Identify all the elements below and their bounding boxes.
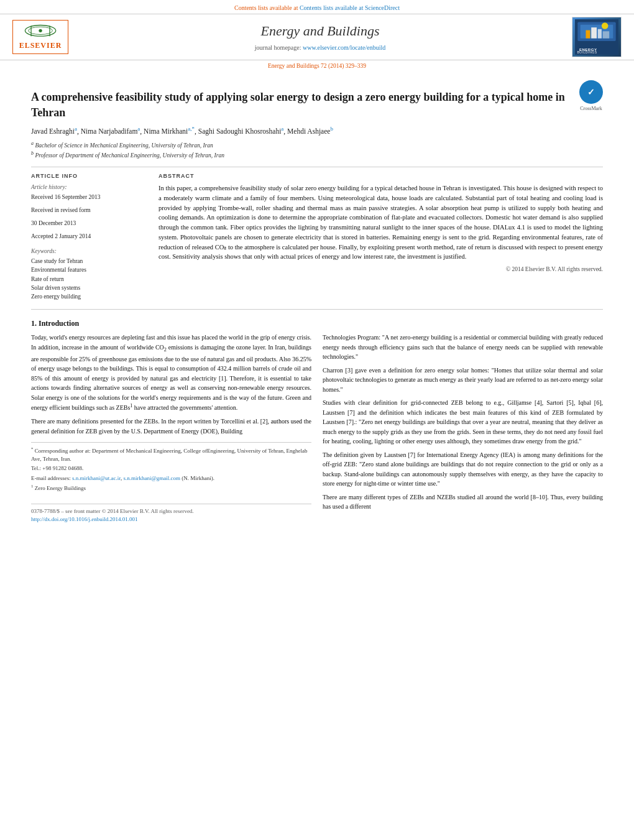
homepage-label: journal homepage: — [255, 44, 301, 51]
detected-text-heating: heating — [331, 438, 349, 445]
authors: Javad Eshraghia, Nima Narjabadifama, Nim… — [31, 125, 603, 136]
journal-center: Energy and Buildings journal homepage: w… — [68, 22, 572, 52]
keywords-section: Keywords: Case study for Tehran Environm… — [31, 247, 146, 302]
email-link-1[interactable]: s.n.mirkhani@ut.ac.ir — [72, 475, 121, 481]
crossmark-icon: ✓ — [579, 80, 603, 104]
body-para-7: There are many different types of ZEBs a… — [323, 492, 603, 512]
keywords-label: Keywords: — [31, 247, 146, 256]
sciencedirect-notice: Contents lists available at — [234, 4, 300, 11]
keyword-2: Environmental features — [31, 266, 146, 274]
abstract-text: In this paper, a comprehensive feasibili… — [158, 183, 603, 262]
crossmark: ✓ CrossMark — [579, 80, 603, 112]
elsevier-graphic — [21, 23, 61, 40]
affiliation-b: b Professor of Department of Mechanical … — [31, 150, 603, 160]
article-title: A comprehensive feasibility study of app… — [31, 90, 567, 120]
content-area: A comprehensive feasibility study of app… — [0, 72, 634, 523]
received-revised-label: Received in revised form — [31, 206, 146, 215]
accepted-date: Accepted 2 January 2014 — [31, 233, 146, 241]
divider-2 — [31, 309, 603, 310]
keyword-1: Case study for Tehran — [31, 257, 146, 265]
copyright: © 2014 Elsevier B.V. All rights reserved… — [158, 265, 603, 274]
received-date: Received 16 September 2013 — [31, 193, 146, 201]
journal-title: Energy and Buildings — [68, 22, 572, 41]
svg-text:✓: ✓ — [587, 87, 595, 97]
received-revised-date: 30 December 2013 — [31, 219, 146, 228]
affiliations: a Bachelor of Science in Mechanical Engi… — [31, 140, 603, 160]
journal-logo-graphic: ENERGY BUILDINGS — [572, 19, 622, 55]
svg-rect-11 — [598, 29, 602, 39]
article-meta-section: ARTICLE INFO Article history: Received 1… — [31, 172, 603, 302]
footnote-tel: Tel.: +98 91282 04688. — [31, 464, 311, 473]
keyword-5: Zero energy building — [31, 293, 146, 301]
footnotes: * Corresponding author at: Department of… — [31, 442, 311, 492]
svg-point-5 — [39, 29, 42, 32]
volume-info: Energy and Buildings 72 (2014) 329–339 — [0, 60, 634, 72]
affiliation-a: a Bachelor of Science in Mechanical Engi… — [31, 140, 603, 150]
body-para-6: The definition given by Laustsen [7] for… — [323, 450, 603, 489]
detected-text-authors-used: authors used — [271, 418, 302, 425]
divider-1 — [31, 167, 603, 167]
body-para-2: There are many definitions presented for… — [31, 417, 311, 436]
footnote-email: E-mail addresses: s.n.mirkhani@ut.ac.ir,… — [31, 474, 311, 482]
journal-header: ELSEVIER Energy and Buildings journal ho… — [0, 14, 634, 60]
section-1-title: 1. Introduction — [31, 318, 603, 329]
body-left-col: Today, world's energy resources are depl… — [31, 333, 311, 523]
svg-rect-12 — [603, 31, 610, 38]
email-link-2[interactable]: s.n.mirkhani@gmail.com — [123, 475, 180, 481]
svg-rect-10 — [591, 27, 597, 39]
footer-doi: http://dx.doi.org/10.1016/j.enbuild.2014… — [31, 515, 311, 524]
crossmark-svg: ✓ — [584, 85, 599, 99]
footnote-star: * Corresponding author at: Department of… — [31, 446, 311, 463]
keyword-3: Rate of return — [31, 275, 146, 284]
body-para-4: Charron [3] gave even a definition for z… — [323, 366, 603, 395]
body-right-col: Technologies Program: "A net zero-energy… — [323, 333, 603, 523]
article-info-col: ARTICLE INFO Article history: Received 1… — [31, 172, 146, 302]
svg-rect-9 — [586, 30, 590, 39]
crossmark-label: CrossMark — [579, 105, 603, 112]
abstract-header: ABSTRACT — [158, 172, 603, 180]
header-top: Contents lists available at Contents lis… — [0, 0, 634, 14]
body-para-3: Technologies Program: "A net zero-energy… — [323, 333, 603, 362]
affiliation-a-text: Bachelor of Science in Mechanical Engine… — [35, 142, 213, 149]
doi-link[interactable]: http://dx.doi.org/10.1016/j.enbuild.2014… — [31, 516, 138, 522]
homepage-url[interactable]: www.elsevier.com/locate/enbuild — [303, 44, 385, 51]
page: Contents lists available at Contents lis… — [0, 0, 634, 535]
keyword-4: Solar driven systems — [31, 284, 146, 292]
body-para-5: Studies with clear definition for grid-c… — [323, 398, 603, 446]
footnote-1: 1 Zero Energy Buildings — [31, 484, 311, 492]
body-content: 1. Introduction Today, world's energy re… — [31, 318, 603, 523]
footer-copyright: 0378-7788/$ – see front matter © 2014 El… — [31, 507, 311, 515]
body-para-1: Today, world's energy resources are depl… — [31, 333, 311, 413]
elsevier-text: ELSEVIER — [19, 40, 62, 51]
article-info-header: ARTICLE INFO — [31, 172, 146, 180]
journal-homepage: journal homepage: www.elsevier.com/locat… — [68, 44, 572, 52]
volume-info-text: Energy and Buildings 72 (2014) 329–339 — [268, 63, 366, 69]
abstract-col: ABSTRACT In this paper, a comprehensive … — [158, 172, 603, 302]
affiliation-b-text: Professor of Department of Mechanical En… — [35, 152, 224, 159]
svg-text:BUILDINGS: BUILDINGS — [577, 50, 597, 54]
sciencedirect-link[interactable]: Contents lists available at ScienceDirec… — [300, 4, 400, 11]
journal-logo-right: ENERGY BUILDINGS — [572, 17, 622, 57]
footer-bar: 0378-7788/$ – see front matter © 2014 El… — [31, 504, 311, 523]
elsevier-logo: ELSEVIER — [12, 20, 68, 54]
body-columns: Today, world's energy resources are depl… — [31, 333, 603, 523]
svg-point-13 — [602, 22, 609, 29]
history-label: Article history: — [31, 183, 146, 192]
